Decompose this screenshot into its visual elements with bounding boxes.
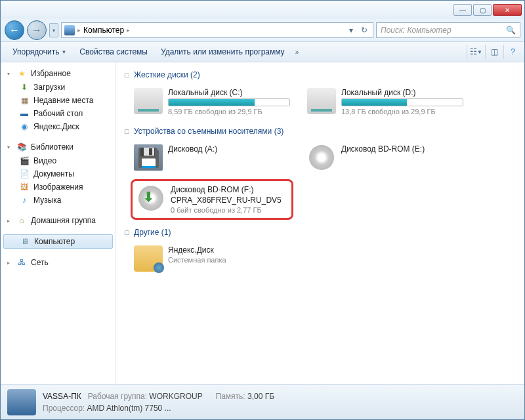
maximize-button[interactable]: ▢ [473,4,492,16]
content: ▢Жесткие диски (2) Локальный диск (C:) 8… [116,62,524,384]
group-header-hdd[interactable]: ▢Жесткие диски (2) [124,70,516,79]
breadcrumb[interactable]: ▸ Компьютер ▸ ▾ ↻ [61,22,373,38]
chevron-right-icon: ▸ [7,260,12,266]
floppy-icon: 💾 [134,144,163,171]
chevron-right-icon: ▸ [77,27,81,33]
navbar: ← → ▾ ▸ Компьютер ▸ ▾ ↻ Поиск: Компьютер… [1,19,524,41]
sidebar-item-video[interactable]: 🎬Видео [1,154,116,167]
desktop-icon: ▬ [19,108,30,119]
help-button[interactable]: ? [503,45,518,59]
search-icon: 🔍 [506,26,516,35]
chevron-down-icon: ▢ [124,72,130,78]
search-placeholder: Поиск: Компьютер [381,26,452,35]
sidebar: ▾★Избранное ⬇Загрузки ▦Недавние места ▬Р… [1,62,116,384]
star-icon: ★ [16,68,27,79]
body: ▾★Избранное ⬇Загрузки ▦Недавние места ▬Р… [1,62,524,384]
chevron-right-icon: ▸ [7,218,12,224]
explorer-window: — ▢ ✕ ← → ▾ ▸ Компьютер ▸ ▾ ↻ Поиск: Ком… [0,0,525,420]
drive-yadisk[interactable]: Яндекс.Диск Системная папка [131,242,293,275]
sidebar-item-yadisk[interactable]: ◉Яндекс.Диск [1,120,116,133]
yandex-disk-icon: ◉ [19,121,30,132]
chevron-down-icon: ▾ [7,71,12,77]
chevron-down-icon: ▢ [124,128,130,135]
computer-icon [64,25,75,35]
back-button[interactable]: ← [5,20,24,40]
libraries-icon: 📚 [16,142,27,152]
bdrom-icon [307,144,336,171]
video-icon: 🎬 [19,156,30,166]
breadcrumb-dropdown[interactable]: ▾ [345,24,357,36]
sidebar-item-documents[interactable]: 📄Документы [1,167,116,180]
status-text: VASSA-ПК Рабочая группа: WORKGROUP Памят… [43,390,274,414]
chevron-down-icon: ▾ [7,144,12,150]
capacity-bar [168,98,290,106]
hdd-icon [307,88,336,114]
chevron-down-icon: ▼ [61,49,66,55]
capacity-bar [341,98,463,106]
computer-icon [7,389,36,415]
search-input[interactable]: Поиск: Компьютер 🔍 [376,22,520,38]
music-icon: ♪ [19,195,30,205]
recent-icon: ▦ [19,95,30,106]
sidebar-item-music[interactable]: ♪Музыка [1,194,116,207]
statusbar: VASSA-ПК Рабочая группа: WORKGROUP Памят… [1,384,524,419]
toolbar: Упорядочить▼ Свойства системы Удалить ил… [1,41,524,62]
drive-d[interactable]: Локальный диск (D:) 13,8 ГБ свободно из … [304,85,467,119]
folder-icon [134,245,163,272]
view-options-button[interactable]: ☷ ▼ [467,45,481,59]
breadcrumb-computer[interactable]: Компьютер [83,26,124,35]
drive-e[interactable]: Дисковод BD-ROM (E:) [304,141,467,174]
homegroup-icon: ⌂ [16,215,27,226]
sidebar-network[interactable]: ▸🖧Сеть [1,255,116,270]
refresh-button[interactable]: ↻ [358,24,370,36]
sidebar-libraries[interactable]: ▾📚Библиотеки [1,140,116,154]
titlebar: — ▢ ✕ [1,1,524,19]
toolbar-overflow[interactable]: » [293,49,302,56]
close-button[interactable]: ✕ [493,4,522,16]
history-dropdown[interactable]: ▾ [49,23,58,37]
sidebar-favorites[interactable]: ▾★Избранное [1,66,116,81]
uninstall-program-button[interactable]: Удалить или изменить программу [156,45,290,59]
chevron-right-icon: ▸ [127,27,130,33]
preview-pane-button[interactable]: ◫ [485,45,499,59]
sidebar-item-computer[interactable]: 🖥Компьютер [3,234,113,249]
minimize-button[interactable]: — [453,4,472,16]
sidebar-item-desktop[interactable]: ▬Рабочий стол [1,107,116,120]
sidebar-item-recent[interactable]: ▦Недавние места [1,94,116,107]
network-icon: 🖧 [16,257,27,268]
organize-button[interactable]: Упорядочить▼ [7,45,72,59]
hdd-icon [134,88,163,114]
documents-icon: 📄 [19,169,30,179]
drive-f[interactable]: Дисковод BD-ROM (F:) CPRA_X86FREV_RU-RU_… [131,179,293,220]
computer-icon: 🖥 [20,236,30,247]
group-header-other[interactable]: ▢Другие (1) [124,228,516,237]
system-properties-button[interactable]: Свойства системы [74,45,153,59]
bdrom-install-icon [136,185,165,211]
sidebar-item-downloads[interactable]: ⬇Загрузки [1,81,116,94]
forward-button[interactable]: → [27,20,47,40]
group-header-removable[interactable]: ▢Устройства со съемными носителями (3) [124,127,516,136]
drive-a[interactable]: 💾 Дисковод (A:) [131,141,293,174]
downloads-icon: ⬇ [19,82,30,93]
images-icon: 🖼 [19,182,30,192]
sidebar-homegroup[interactable]: ▸⌂Домашняя группа [1,213,116,228]
sidebar-item-images[interactable]: 🖼Изображения [1,180,116,194]
chevron-down-icon: ▢ [124,229,130,236]
drive-c[interactable]: Локальный диск (C:) 8,59 ГБ свободно из … [131,85,293,119]
